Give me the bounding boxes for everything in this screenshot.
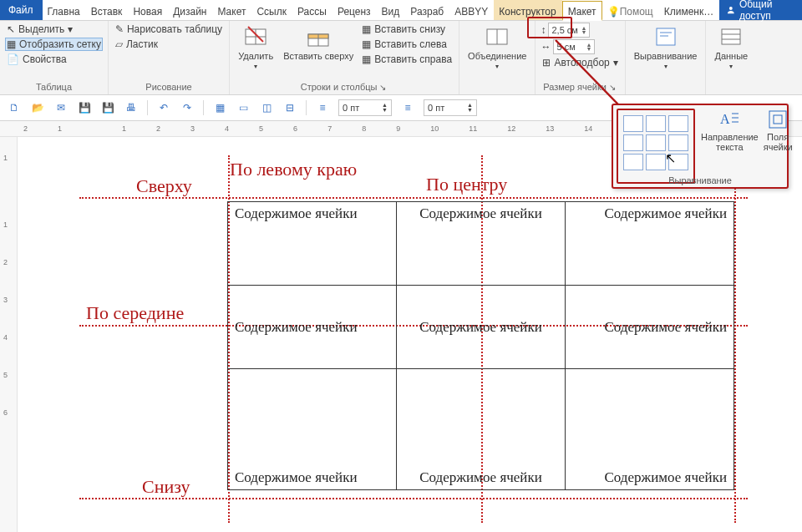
tab-table-layout[interactable]: Макет bbox=[562, 1, 602, 21]
delete-button[interactable]: Удалить▾ bbox=[235, 23, 277, 72]
alignment-grid: ↖ bbox=[617, 109, 695, 184]
svg-rect-13 bbox=[722, 29, 740, 44]
tab-layout[interactable]: Макет bbox=[212, 0, 251, 20]
data-button[interactable]: Данные▾ bbox=[711, 23, 751, 72]
cursor-icon: ↖ bbox=[7, 23, 15, 35]
pencil-icon: ✎ bbox=[115, 23, 124, 35]
col-width[interactable]: ↔5 см▲▼ bbox=[541, 39, 619, 54]
insert-right-icon: ▦ bbox=[362, 53, 371, 65]
align-bottom-center-button[interactable] bbox=[646, 154, 666, 170]
tab-design[interactable]: Дизайн bbox=[168, 0, 212, 20]
cell-content: Содержимое ячейки bbox=[572, 205, 727, 222]
annot-top-row: Сверху bbox=[136, 175, 192, 197]
alignment-button[interactable]: Выравнивание▾ bbox=[631, 23, 701, 72]
qat-open-icon[interactable]: 📂 bbox=[30, 100, 45, 115]
annot-center-col: По центру bbox=[426, 174, 507, 195]
select-button[interactable]: ↖Выделить ▾ bbox=[5, 23, 103, 36]
share-button[interactable]: Общий доступ bbox=[719, 0, 802, 20]
data-icon bbox=[718, 24, 744, 49]
rowscols-launcher-icon[interactable]: ↘ bbox=[379, 83, 388, 92]
annot-middle-row: По середине bbox=[86, 302, 184, 324]
qat-undo-icon[interactable]: ↶ bbox=[156, 100, 171, 115]
group-draw: ✎Нарисовать таблицу ▱Ластик Рисование bbox=[109, 21, 230, 94]
tab-home[interactable]: Главна bbox=[43, 0, 86, 20]
svg-rect-10 bbox=[657, 28, 675, 45]
tab-dev[interactable]: Разраб bbox=[405, 0, 449, 20]
group-merge: Объединение▾ bbox=[459, 21, 536, 94]
insert-left-button[interactable]: ▦Вставить слева bbox=[360, 38, 454, 51]
tab-links[interactable]: Ссылк bbox=[251, 0, 292, 20]
group-data: Данные▾ bbox=[706, 21, 756, 94]
autofit-icon: ⊞ bbox=[542, 57, 551, 68]
qat-borders-icon[interactable]: ▭ bbox=[236, 100, 251, 115]
ribbon: ↖Выделить ▾ ▦Отобразить сетку 📄Свойства … bbox=[0, 21, 802, 95]
autofit-button[interactable]: ⊞Автоподбор ▾ bbox=[541, 56, 619, 69]
tab-insert[interactable]: Вставк bbox=[86, 0, 129, 20]
tab-mail[interactable]: Рассы bbox=[292, 0, 332, 20]
qat-new-icon[interactable]: 🗋 bbox=[7, 100, 22, 115]
eraser-button[interactable]: ▱Ластик bbox=[114, 38, 224, 51]
align-top-right-button[interactable] bbox=[668, 115, 688, 132]
example-table[interactable]: Содержимое ячейки Содержимое ячейки Соде… bbox=[227, 201, 734, 490]
qat-save-icon[interactable]: 💾 bbox=[77, 100, 92, 115]
group-cellsize-label: Размер ячейки ↘ bbox=[541, 80, 619, 94]
col-width-value: 5 см bbox=[556, 42, 575, 52]
draw-table-button[interactable]: ✎Нарисовать таблицу bbox=[114, 23, 224, 36]
align-middle-center-button[interactable] bbox=[646, 134, 666, 151]
cell-margins-icon bbox=[767, 109, 789, 130]
group-table-label: Таблица bbox=[5, 80, 103, 94]
insert-below-icon: ▦ bbox=[362, 23, 371, 35]
spacing-before-field[interactable]: 0 пт▲▼ bbox=[338, 99, 392, 116]
properties-icon: 📄 bbox=[7, 53, 19, 65]
insert-below-button[interactable]: ▦Вставить снизу bbox=[360, 23, 454, 36]
merge-button[interactable]: Объединение▾ bbox=[464, 23, 530, 72]
properties-button[interactable]: 📄Свойства bbox=[5, 53, 103, 66]
cell-content: Содержимое ячейки bbox=[235, 319, 389, 336]
qat-spacing-before-icon[interactable]: ≡ bbox=[315, 100, 330, 115]
qat-spacing-after-icon[interactable]: ≡ bbox=[400, 100, 415, 115]
qat-merge-icon[interactable]: ⊟ bbox=[282, 100, 297, 115]
view-gridlines-button[interactable]: ▦Отобразить сетку bbox=[5, 38, 103, 51]
page[interactable]: По левому краю По центру По правому краю… bbox=[46, 147, 781, 531]
row-height[interactable]: ↕2,5 см▲▼ bbox=[541, 23, 619, 38]
qat-print-icon[interactable]: 🖶 bbox=[124, 100, 139, 115]
spacing-after-field[interactable]: 0 пт▲▼ bbox=[424, 99, 477, 116]
align-top-center-button[interactable] bbox=[646, 115, 666, 132]
ruler-vertical[interactable]: 1 1 2 3 4 5 6 bbox=[0, 137, 18, 532]
cellsize-launcher-icon[interactable]: ↘ bbox=[609, 83, 617, 92]
qat-mail-icon[interactable]: ✉ bbox=[53, 100, 69, 115]
group-rowscols-label: Строки и столбцы ↘ bbox=[235, 80, 454, 94]
share-label: Общий доступ bbox=[739, 0, 795, 22]
row-height-value: 2,5 см bbox=[551, 25, 577, 35]
tab-file[interactable]: Файл bbox=[0, 0, 43, 20]
tab-abbyy[interactable]: ABBYY bbox=[449, 0, 494, 20]
cell-content: Содержимое ячейки bbox=[404, 319, 558, 336]
height-icon: ↕ bbox=[541, 24, 546, 36]
qat-cell-icon[interactable]: ◫ bbox=[259, 100, 274, 115]
tab-view[interactable]: Вид bbox=[377, 0, 406, 20]
account-user[interactable]: Клименк… bbox=[659, 0, 720, 20]
guide-bottom bbox=[79, 498, 748, 499]
width-icon: ↔ bbox=[541, 41, 551, 53]
tab-review[interactable]: Реценз bbox=[332, 0, 377, 20]
qat-redo-icon[interactable]: ↷ bbox=[180, 100, 195, 115]
insert-above-button[interactable]: Вставить сверху bbox=[280, 23, 357, 63]
annot-bottom-row: Снизу bbox=[142, 476, 190, 498]
svg-rect-18 bbox=[774, 115, 782, 124]
alignment-dropdown-panel: ↖ A Направление текста Поля ячейки Вырав… bbox=[612, 104, 789, 189]
qat-saveall-icon[interactable]: 💾 bbox=[100, 100, 115, 115]
menu-tabs: Файл Главна Вставк Новая Дизайн Макет Сс… bbox=[0, 0, 802, 21]
tab-new[interactable]: Новая bbox=[128, 0, 168, 20]
tell-me-label: Помощ bbox=[620, 6, 653, 18]
align-bottom-left-button[interactable] bbox=[623, 154, 643, 170]
tell-me[interactable]: 💡 Помощ bbox=[602, 0, 659, 20]
insert-right-button[interactable]: ▦Вставить справа bbox=[360, 53, 454, 66]
qat-table-icon[interactable]: ▦ bbox=[212, 100, 227, 115]
align-middle-right-button[interactable] bbox=[668, 134, 688, 151]
align-middle-left-button[interactable] bbox=[623, 134, 643, 151]
guide-right bbox=[734, 155, 736, 523]
merge-icon bbox=[485, 24, 510, 49]
tab-table-design[interactable]: Конструктор bbox=[494, 0, 561, 20]
align-top-left-button[interactable] bbox=[623, 115, 643, 132]
eraser-icon: ▱ bbox=[115, 38, 123, 50]
